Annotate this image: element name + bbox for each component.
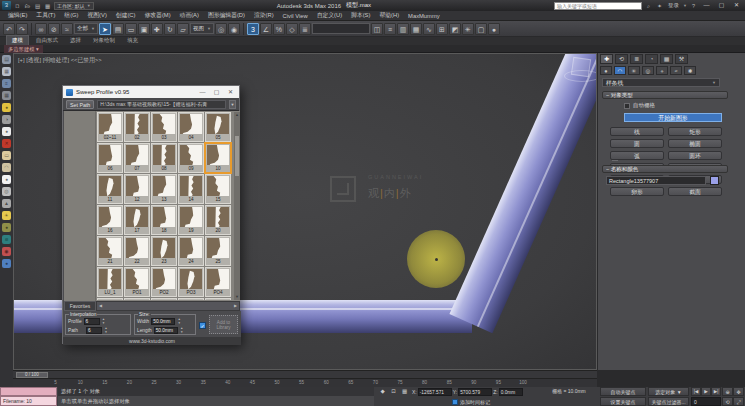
- menu-item-3[interactable]: 组(G): [60, 11, 82, 20]
- tab-create[interactable]: ✚: [600, 54, 613, 64]
- isolate-selection-icon[interactable]: ◆: [378, 387, 387, 396]
- menu-item-12[interactable]: 脚本(S): [347, 11, 374, 20]
- menu-item-4[interactable]: 视图(V): [84, 11, 111, 20]
- profile-tile-03[interactable]: 03: [151, 112, 177, 142]
- align-icon[interactable]: ≡: [384, 23, 396, 35]
- timeline-tick-85[interactable]: 85: [447, 380, 452, 385]
- profile-tile-16[interactable]: 16: [97, 205, 123, 235]
- category-cameras[interactable]: ◎: [642, 66, 654, 75]
- timeline-tick-80[interactable]: 80: [422, 380, 427, 385]
- left-toolbar-icon-5[interactable]: ●: [2, 103, 11, 112]
- select-and-link-icon[interactable]: ∞: [35, 23, 47, 35]
- search-input[interactable]: 输入关键字或短语: [554, 2, 642, 10]
- horizontal-scrollbar[interactable]: ◀ ▶: [96, 301, 240, 311]
- menu-item-6[interactable]: 修改器(M): [140, 11, 174, 20]
- profile-tile-LU_1[interactable]: LU_1: [97, 267, 123, 297]
- category-lights[interactable]: ☀: [628, 66, 640, 75]
- dialog-minimize-button[interactable]: —: [197, 87, 208, 97]
- profile-tile-17[interactable]: 17: [124, 205, 150, 235]
- add-to-library-button[interactable]: Add to Library: [209, 315, 238, 334]
- rectangular-region-icon[interactable]: ▭: [125, 23, 137, 35]
- viewcube-gizmo[interactable]: [562, 54, 597, 90]
- bind-to-space-warp-icon[interactable]: ≈: [61, 23, 73, 35]
- path-dropdown-arrow-icon[interactable]: ▼: [229, 100, 236, 109]
- favorites-tab[interactable]: Favorites: [64, 301, 96, 311]
- profile-tile-04[interactable]: 04: [178, 112, 204, 142]
- menu-item-10[interactable]: Civil View: [279, 13, 312, 19]
- menu-item-9[interactable]: 渲染(R): [250, 11, 278, 20]
- time-slider-track[interactable]: 0 / 100: [13, 370, 597, 378]
- edit-named-selection-sets-icon[interactable]: ≣: [299, 23, 311, 35]
- signin-button[interactable]: 登录: [666, 2, 681, 9]
- profile-tile-06[interactable]: 06: [97, 143, 123, 173]
- left-toolbar-icon-3[interactable]: ≡: [2, 79, 11, 88]
- object-type-button-卵形[interactable]: 卵形: [610, 187, 664, 196]
- search-icon[interactable]: ⌕: [644, 2, 653, 10]
- timeline-tick-25[interactable]: 25: [151, 380, 156, 385]
- left-toolbar-icon-12[interactable]: ◎: [2, 187, 11, 196]
- timeline-tick-50[interactable]: 50: [274, 380, 279, 385]
- reference-coordinate-dropdown[interactable]: 视图▼: [190, 23, 214, 34]
- close-button[interactable]: ✕: [730, 1, 743, 10]
- width-field[interactable]: 50.0mm: [151, 318, 175, 325]
- object-name-field[interactable]: Rectangle13577907: [606, 176, 706, 185]
- left-toolbar-icon-14[interactable]: ☀: [2, 211, 11, 220]
- absolute-mode-icon[interactable]: ▦: [400, 387, 409, 396]
- curve-editor-icon[interactable]: ∿: [423, 23, 435, 35]
- ribbon-tab-自由形式[interactable]: 自由形式: [31, 36, 63, 45]
- use-pivot-point-icon[interactable]: ◎: [215, 23, 227, 35]
- play-icon[interactable]: ▶: [701, 387, 711, 396]
- maximize-button[interactable]: ▢: [715, 1, 728, 10]
- timeline-tick-95[interactable]: 95: [496, 380, 501, 385]
- profile-tile-09[interactable]: 09: [178, 143, 204, 173]
- pan-icon[interactable]: ✥: [733, 387, 744, 396]
- tab-hierarchy[interactable]: ≣: [630, 54, 643, 64]
- spinner-snap-icon[interactable]: ◇: [286, 23, 298, 35]
- left-toolbar-icon-6[interactable]: ◑: [2, 115, 11, 124]
- key-filters-button[interactable]: 关键点过滤器...: [648, 397, 689, 406]
- object-type-button-圆[interactable]: 圆: [610, 139, 664, 148]
- start-new-shape-button[interactable]: 开始新图形: [624, 113, 722, 122]
- category-space-warps[interactable]: ≈: [670, 66, 682, 75]
- molding-beam-diagonal[interactable]: [449, 53, 597, 333]
- set-key-button[interactable]: 设置关键点: [600, 397, 646, 406]
- x-coordinate-field[interactable]: -12657.571: [418, 388, 452, 396]
- new-scene-icon[interactable]: 🗋: [13, 2, 22, 10]
- object-type-button-圆环[interactable]: 圆环: [668, 151, 722, 160]
- scroll-down-icon[interactable]: ▼: [234, 294, 240, 300]
- menu-item-2[interactable]: 工具(T): [32, 11, 59, 20]
- profile-tile-18[interactable]: 18: [151, 205, 177, 235]
- snap-toggle-3d-icon[interactable]: 3: [247, 23, 259, 35]
- left-toolbar-icon-13[interactable]: ▲: [2, 199, 11, 208]
- timeline-tick-65[interactable]: 65: [348, 380, 353, 385]
- current-frame-field[interactable]: 0: [691, 397, 721, 406]
- timeline-tick-40[interactable]: 40: [225, 380, 230, 385]
- generate-mapping-checkbox[interactable]: ✓: [199, 322, 206, 329]
- profile-tile-PO1[interactable]: PO1: [124, 267, 150, 297]
- left-toolbar-icon-17[interactable]: ◉: [2, 247, 11, 256]
- spinner-icon[interactable]: ▲▼: [180, 327, 184, 334]
- object-type-button-截面[interactable]: 截面: [668, 187, 722, 196]
- go-to-end-icon[interactable]: ▶|: [711, 387, 721, 396]
- profile-tile-02[interactable]: 02: [124, 112, 150, 142]
- schematic-view-icon[interactable]: ⊞: [436, 23, 448, 35]
- y-coordinate-field[interactable]: 5700.579: [458, 388, 492, 396]
- tab-display[interactable]: ▦: [660, 54, 673, 64]
- timeline-tick-60[interactable]: 60: [324, 380, 329, 385]
- timeline-tick-10[interactable]: 10: [78, 380, 83, 385]
- left-toolbar-icon-4[interactable]: ▦: [2, 91, 11, 100]
- profile-tile[interactable]: [151, 298, 177, 300]
- left-toolbar-icon-11[interactable]: ●: [2, 175, 11, 184]
- select-and-scale-icon[interactable]: ▱: [177, 23, 189, 35]
- menu-item-5[interactable]: 创建(C): [112, 11, 140, 20]
- polygon-modeling-panel[interactable]: 多边形建模 ▾: [4, 45, 43, 53]
- tab-modify[interactable]: ⟲: [615, 54, 628, 64]
- percent-snap-icon[interactable]: %: [273, 23, 285, 35]
- macro-recorder-line[interactable]: [0, 387, 57, 396]
- timeline-tick-15[interactable]: 15: [102, 380, 107, 385]
- profile-tile-07[interactable]: 07: [124, 143, 150, 173]
- profile-tile-24[interactable]: 24: [178, 236, 204, 266]
- profile-tile-25[interactable]: 25: [205, 236, 231, 266]
- key-mode-dropdown[interactable]: 选定对象 ▼: [648, 387, 689, 396]
- category-helpers[interactable]: ⌖: [656, 66, 668, 75]
